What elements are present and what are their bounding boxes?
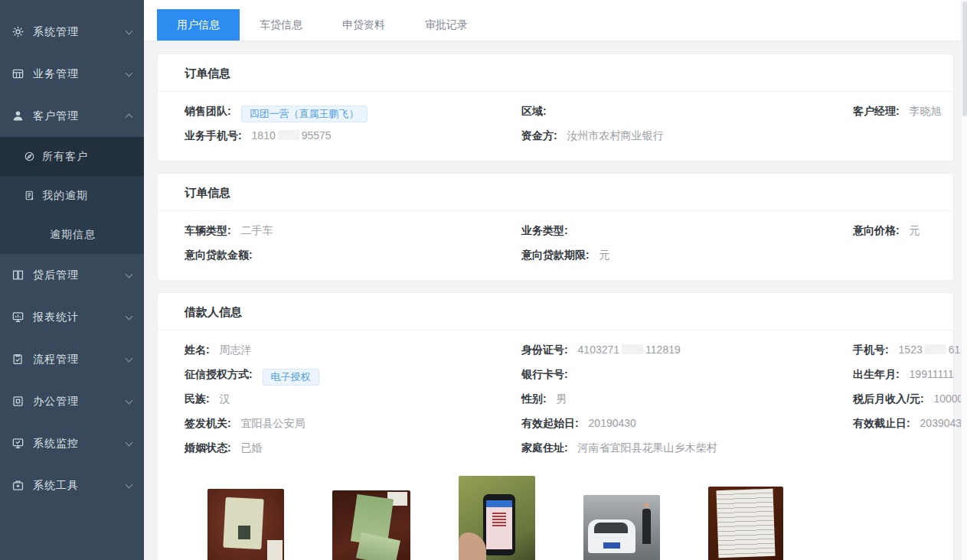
field-name: 姓名: 周志洋 [185,343,521,359]
field-valid-from: 有效起始日: 20190430 [521,417,853,432]
chevron-down-icon [126,396,133,404]
field-account-manager: 客户经理: 李晓旭 [853,105,953,120]
grid-icon [11,67,25,80]
order-info-card: 订单信息 销售团队: 四团一营（直属王鹏飞） 区域: 客户经理: [157,54,954,161]
book-icon [11,269,25,282]
sidebar-item-system-tools[interactable]: 系统工具 [0,464,144,506]
sidebar-item-label: 所有客户 [42,150,88,164]
field-intent-price: 意向价格: 元 [853,224,953,239]
field-ethnicity: 民族: 汉 [185,392,521,408]
field-credit-auth: 征信授权方式: 电子授权 [185,368,521,383]
tab-approval-records[interactable]: 审批记录 [405,9,488,41]
sidebar-item-label: 报表统计 [33,311,79,324]
chevron-down-icon [126,438,133,446]
sidebar-item-label: 流程管理 [33,353,79,366]
masked-digits [622,344,643,354]
sidebar-item-label: 客户管理 [33,109,79,123]
field-marital-status: 婚姻状态: 已婚 [185,441,521,457]
field-sales-team: 销售团队: 四团一营（直属王鹏飞） [185,105,521,120]
sidebar-item-label: 系统监控 [33,437,79,451]
masked-digits [925,344,946,354]
sales-team-tag[interactable]: 四团一营（直属王鹏飞） [241,106,368,122]
sidebar-item-customer-mgmt[interactable]: 客户管理 [0,95,144,137]
sidebar-item-all-customers[interactable]: 所有客户 [0,137,144,176]
sidebar-item-report-stats[interactable]: 报表统计 [0,296,144,338]
field-loan-term: 意向贷款期限: 元 [521,249,853,264]
document-photo[interactable] [708,487,783,560]
tab-user-info[interactable]: 用户信息 [157,9,240,41]
field-birth-date: 出生年月: 19911111 [853,368,961,383]
borrower-info-card: 借款人信息 姓名: 周志洋 身份证号: 4103271112819 手机 [157,292,954,560]
field-bank-card: 银行卡号: [521,368,853,383]
sidebar-item-process-mgmt[interactable]: 流程管理 [0,338,144,380]
chevron-down-icon [126,270,133,278]
field-issuing-authority: 签发机关: 宜阳县公安局 [185,417,521,432]
main-content: 用户信息 车贷信息 申贷资料 审批记录 订单信息 销售团队: 四团一营（直属王鹏… [144,0,961,560]
vertical-scrollbar[interactable] [961,0,967,560]
chevron-down-icon [126,27,133,34]
field-region: 区域: [521,105,853,120]
sidebar-item-label: 业务管理 [33,67,79,81]
monitor-check-icon [11,437,25,450]
chevron-down-icon [126,480,133,488]
field-vehicle-type: 车辆类型: 二手车 [185,224,521,239]
chevron-down-icon [126,69,133,77]
credit-auth-tag[interactable]: 电子授权 [263,369,319,386]
sidebar-item-overdue-info[interactable]: 逾期信息 [0,215,144,254]
sidebar-item-label: 系统管理 [33,25,79,39]
clipboard-icon [11,353,25,366]
field-funder: 资金方: 汝州市农村商业银行 [521,129,853,145]
field-mobile: 手机号: 15236137 [853,343,961,359]
scrollbar-thumb[interactable] [962,2,967,116]
field-gender: 性别: 男 [521,392,853,408]
photo-item: 身份证 [207,489,284,560]
sidebar-item-label: 办公管理 [33,395,79,409]
photo-item: 其他材料 [708,487,783,560]
card-title: 订单信息 [158,174,953,210]
sidebar-item-office-mgmt[interactable]: 办公管理 [0,380,144,422]
toolbox-icon [11,479,25,492]
license-booklet-photo[interactable] [332,490,410,560]
sidebar-item-system-mgmt[interactable]: 系统管理 [0,11,144,53]
field-monthly-income: 税后月收入/元: 10000 [853,392,961,408]
sidebar-item-label: 系统工具 [33,479,79,493]
sidebar-item-system-monitor[interactable]: 系统监控 [0,422,144,464]
masked-digits [278,130,299,140]
photo-item: 人车合影 [583,495,660,560]
photo-strip: 身份证 行驶证照片 授权截图 [185,476,953,560]
sidebar-item-label: 逾期信息 [50,228,96,242]
field-id-number: 身份证号: 4103271112819 [521,343,853,359]
photo-item: 行驶证照片 [332,490,410,560]
id-card-photo[interactable] [207,489,284,560]
field-loan-amount: 意向贷款金额: [185,249,521,264]
customer-submenu: 所有客户 我的逾期 逾期信息 [0,137,144,254]
cards-scroll-area[interactable]: 订单信息 销售团队: 四团一营（直属王鹏飞） 区域: 客户经理: [144,41,961,560]
chevron-up-icon [126,114,133,122]
auth-qr-phone-photo[interactable] [459,476,535,560]
app-window: 系统管理 业务管理 客户管理 [0,0,967,560]
user-icon [11,109,25,122]
notebook-icon [24,190,35,201]
person-with-car-photo[interactable] [583,495,660,560]
sidebar: 系统管理 业务管理 客户管理 [0,0,144,560]
loan-order-card: 订单信息 车辆类型: 二手车 业务类型: 意向价格: [157,173,954,281]
sidebar-item-postloan-mgmt[interactable]: 贷后管理 [0,254,144,296]
sidebar-item-my-overdue[interactable]: 我的逾期 [0,176,144,215]
detail-tabs: 用户信息 车贷信息 申贷资料 审批记录 [144,0,961,41]
chevron-down-icon [126,354,133,362]
field-valid-to: 有效截止日: 20390430 [853,417,961,432]
square-icon [11,395,25,408]
chevron-down-icon [126,312,133,320]
compass-icon [24,151,35,162]
sidebar-item-business-mgmt[interactable]: 业务管理 [0,53,144,95]
sidebar-item-label: 贷后管理 [33,269,79,282]
card-title: 订单信息 [158,54,953,91]
photo-item: 授权截图 [459,476,535,560]
tab-loan-application-docs[interactable]: 申贷资料 [322,9,405,41]
gear-icon [11,25,25,38]
card-title: 借款人信息 [158,293,953,330]
field-business-phone: 业务手机号: 181095575 [185,129,521,145]
tab-car-loan-info[interactable]: 车贷信息 [240,9,322,41]
field-business-type: 业务类型: [521,224,853,239]
monitor-icon [11,311,25,324]
